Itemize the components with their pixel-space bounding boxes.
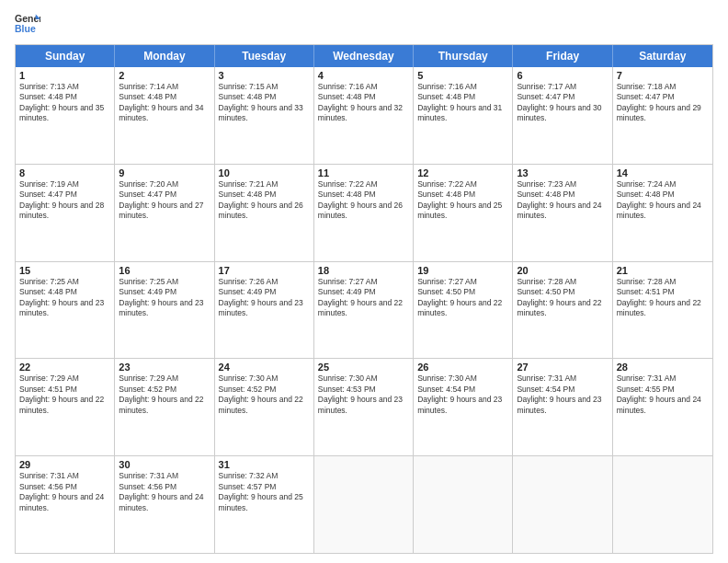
header-day-thursday: Thursday: [414, 45, 513, 67]
day-info: Sunrise: 7:31 AMSunset: 4:55 PMDaylight:…: [617, 373, 709, 416]
week-row-2: 8Sunrise: 7:19 AMSunset: 4:47 PMDaylight…: [16, 164, 712, 261]
day-cell-23: 23Sunrise: 7:29 AMSunset: 4:52 PMDayligh…: [115, 359, 214, 455]
logo: General Blue: [15, 11, 40, 37]
day-number: 21: [617, 265, 709, 276]
day-cell-28: 28Sunrise: 7:31 AMSunset: 4:55 PMDayligh…: [613, 359, 712, 455]
day-info: Sunrise: 7:25 AMSunset: 4:49 PMDaylight:…: [119, 277, 210, 319]
day-info: Sunrise: 7:17 AMSunset: 4:47 PMDaylight:…: [517, 82, 608, 124]
day-info: Sunrise: 7:30 AMSunset: 4:52 PMDaylight:…: [219, 373, 310, 416]
day-number: 20: [517, 265, 608, 276]
day-info: Sunrise: 7:15 AMSunset: 4:48 PMDaylight:…: [219, 82, 310, 124]
header-day-saturday: Saturday: [613, 45, 712, 67]
day-number: 2: [119, 70, 210, 81]
calendar-body: 1Sunrise: 7:13 AMSunset: 4:48 PMDaylight…: [16, 67, 712, 553]
day-cell-22: 22Sunrise: 7:29 AMSunset: 4:51 PMDayligh…: [16, 359, 115, 455]
day-cell-8: 8Sunrise: 7:19 AMSunset: 4:47 PMDaylight…: [16, 165, 115, 261]
day-info: Sunrise: 7:13 AMSunset: 4:48 PMDaylight:…: [19, 82, 110, 124]
day-info: Sunrise: 7:22 AMSunset: 4:48 PMDaylight:…: [417, 179, 508, 222]
day-info: Sunrise: 7:16 AMSunset: 4:48 PMDaylight:…: [318, 82, 409, 124]
day-cell-16: 16Sunrise: 7:25 AMSunset: 4:49 PMDayligh…: [115, 262, 214, 359]
day-info: Sunrise: 7:26 AMSunset: 4:49 PMDaylight:…: [219, 277, 310, 319]
day-number: 1: [19, 70, 110, 81]
day-info: Sunrise: 7:25 AMSunset: 4:48 PMDaylight:…: [19, 277, 110, 319]
header: General Blue: [15, 11, 713, 37]
day-number: 10: [219, 167, 310, 178]
header-day-wednesday: Wednesday: [314, 45, 414, 67]
day-info: Sunrise: 7:31 AMSunset: 4:54 PMDaylight:…: [517, 373, 608, 416]
day-number: 19: [417, 265, 508, 276]
day-cell-24: 24Sunrise: 7:30 AMSunset: 4:52 PMDayligh…: [215, 359, 314, 455]
day-number: 8: [19, 167, 110, 178]
day-cell-13: 13Sunrise: 7:23 AMSunset: 4:48 PMDayligh…: [513, 165, 612, 261]
day-cell-12: 12Sunrise: 7:22 AMSunset: 4:48 PMDayligh…: [414, 165, 513, 261]
day-cell-3: 3Sunrise: 7:15 AMSunset: 4:48 PMDaylight…: [215, 67, 314, 164]
day-cell-7: 7Sunrise: 7:18 AMSunset: 4:47 PMDaylight…: [613, 67, 712, 164]
day-info: Sunrise: 7:30 AMSunset: 4:54 PMDaylight:…: [417, 373, 508, 416]
day-number: 9: [119, 167, 210, 178]
day-info: Sunrise: 7:31 AMSunset: 4:56 PMDaylight:…: [19, 471, 110, 513]
header-day-monday: Monday: [115, 45, 214, 67]
day-info: Sunrise: 7:16 AMSunset: 4:48 PMDaylight:…: [417, 82, 508, 124]
day-info: Sunrise: 7:31 AMSunset: 4:56 PMDaylight:…: [119, 471, 210, 513]
day-info: Sunrise: 7:23 AMSunset: 4:48 PMDaylight:…: [517, 179, 608, 222]
day-info: Sunrise: 7:32 AMSunset: 4:57 PMDaylight:…: [219, 471, 310, 513]
day-cell-25: 25Sunrise: 7:30 AMSunset: 4:53 PMDayligh…: [314, 359, 414, 455]
day-cell-19: 19Sunrise: 7:27 AMSunset: 4:50 PMDayligh…: [414, 262, 513, 359]
header-day-friday: Friday: [513, 45, 612, 67]
week-row-4: 22Sunrise: 7:29 AMSunset: 4:51 PMDayligh…: [16, 358, 712, 455]
day-number: 27: [517, 362, 608, 373]
day-info: Sunrise: 7:28 AMSunset: 4:51 PMDaylight:…: [617, 277, 709, 319]
day-cell-18: 18Sunrise: 7:27 AMSunset: 4:49 PMDayligh…: [314, 262, 414, 359]
day-number: 7: [617, 70, 709, 81]
day-cell-10: 10Sunrise: 7:21 AMSunset: 4:48 PMDayligh…: [215, 165, 314, 261]
day-number: 17: [219, 265, 310, 276]
day-info: Sunrise: 7:24 AMSunset: 4:48 PMDaylight:…: [617, 179, 709, 222]
day-cell-11: 11Sunrise: 7:22 AMSunset: 4:48 PMDayligh…: [314, 165, 414, 261]
day-number: 26: [417, 362, 508, 373]
header-day-tuesday: Tuesday: [215, 45, 314, 67]
day-info: Sunrise: 7:27 AMSunset: 4:49 PMDaylight:…: [318, 277, 409, 319]
day-cell-4: 4Sunrise: 7:16 AMSunset: 4:48 PMDaylight…: [314, 67, 414, 164]
day-number: 13: [517, 167, 608, 178]
header-day-sunday: Sunday: [16, 45, 115, 67]
day-cell-2: 2Sunrise: 7:14 AMSunset: 4:48 PMDaylight…: [115, 67, 214, 164]
day-number: 24: [219, 362, 310, 373]
day-cell-30: 30Sunrise: 7:31 AMSunset: 4:56 PMDayligh…: [115, 456, 214, 553]
day-number: 28: [617, 362, 709, 373]
day-number: 14: [617, 167, 709, 178]
day-info: Sunrise: 7:29 AMSunset: 4:51 PMDaylight:…: [19, 373, 110, 416]
day-number: 25: [318, 362, 409, 373]
day-cell-14: 14Sunrise: 7:24 AMSunset: 4:48 PMDayligh…: [613, 165, 712, 261]
day-number: 5: [417, 70, 508, 81]
day-info: Sunrise: 7:14 AMSunset: 4:48 PMDaylight:…: [119, 82, 210, 124]
page: General Blue SundayMondayTuesdayWednesda…: [0, 0, 728, 563]
day-info: Sunrise: 7:20 AMSunset: 4:47 PMDaylight:…: [119, 179, 210, 222]
week-row-3: 15Sunrise: 7:25 AMSunset: 4:48 PMDayligh…: [16, 261, 712, 359]
day-number: 11: [318, 167, 409, 178]
day-cell-9: 9Sunrise: 7:20 AMSunset: 4:47 PMDaylight…: [115, 165, 214, 261]
day-cell-21: 21Sunrise: 7:28 AMSunset: 4:51 PMDayligh…: [613, 262, 712, 359]
day-info: Sunrise: 7:27 AMSunset: 4:50 PMDaylight:…: [417, 277, 508, 319]
day-info: Sunrise: 7:28 AMSunset: 4:50 PMDaylight:…: [517, 277, 608, 319]
day-number: 22: [19, 362, 110, 373]
empty-cell: [314, 456, 414, 553]
empty-cell: [613, 456, 712, 553]
day-cell-29: 29Sunrise: 7:31 AMSunset: 4:56 PMDayligh…: [16, 456, 115, 553]
day-cell-31: 31Sunrise: 7:32 AMSunset: 4:57 PMDayligh…: [215, 456, 314, 553]
day-cell-6: 6Sunrise: 7:17 AMSunset: 4:47 PMDaylight…: [513, 67, 612, 164]
calendar-header: SundayMondayTuesdayWednesdayThursdayFrid…: [16, 45, 712, 67]
empty-cell: [414, 456, 513, 553]
day-cell-26: 26Sunrise: 7:30 AMSunset: 4:54 PMDayligh…: [414, 359, 513, 455]
day-number: 4: [318, 70, 409, 81]
day-info: Sunrise: 7:19 AMSunset: 4:47 PMDaylight:…: [19, 179, 110, 222]
week-row-1: 1Sunrise: 7:13 AMSunset: 4:48 PMDaylight…: [16, 67, 712, 164]
day-info: Sunrise: 7:22 AMSunset: 4:48 PMDaylight:…: [318, 179, 409, 222]
day-number: 12: [417, 167, 508, 178]
logo-icon: General Blue: [15, 11, 40, 37]
day-cell-15: 15Sunrise: 7:25 AMSunset: 4:48 PMDayligh…: [16, 262, 115, 359]
day-cell-5: 5Sunrise: 7:16 AMSunset: 4:48 PMDaylight…: [414, 67, 513, 164]
empty-cell: [513, 456, 612, 553]
day-cell-1: 1Sunrise: 7:13 AMSunset: 4:48 PMDaylight…: [16, 67, 115, 164]
calendar: SundayMondayTuesdayWednesdayThursdayFrid…: [15, 44, 713, 554]
day-number: 15: [19, 265, 110, 276]
